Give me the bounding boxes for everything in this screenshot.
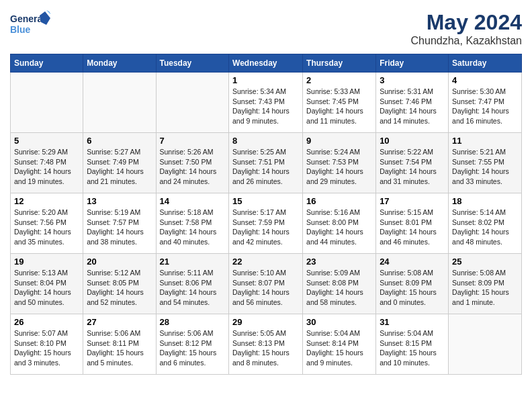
sunrise-text: Sunrise: 5:07 AM [14,328,79,338]
day-number: 9 [306,136,372,146]
header-wednesday: Wednesday [229,54,303,73]
sunrise-text: Sunrise: 5:25 AM [232,147,299,157]
svg-text:General: General [10,13,45,24]
day-info: Sunrise: 5:29 AMSunset: 7:48 PMDaylight:… [14,147,79,187]
sunset-text: Sunset: 8:00 PM [306,218,372,228]
daylight-text: Daylight: 14 hours and 26 minutes. [232,167,299,186]
sunrise-text: Sunrise: 5:21 AM [452,147,518,157]
calendar-cell [11,73,83,133]
day-number: 8 [232,136,299,146]
logo-svg: General Blue [10,10,50,37]
logo: General Blue [10,10,50,37]
day-number: 21 [160,257,226,267]
day-info: Sunrise: 5:08 AMSunset: 8:09 PMDaylight:… [380,268,445,308]
day-info: Sunrise: 5:12 AMSunset: 8:05 PMDaylight:… [87,268,152,308]
calendar-cell: 7Sunrise: 5:26 AMSunset: 7:50 PMDaylight… [156,133,229,193]
calendar-cell: 23Sunrise: 5:09 AMSunset: 8:08 PMDayligh… [303,254,376,314]
day-number: 5 [14,136,79,146]
daylight-text: Daylight: 15 hours and 1 minute. [452,287,518,307]
sunset-text: Sunset: 7:49 PM [87,157,152,167]
calendar-cell: 2Sunrise: 5:33 AMSunset: 7:45 PMDaylight… [303,73,376,133]
sunrise-text: Sunrise: 5:19 AM [87,208,152,218]
daylight-text: Daylight: 14 hours and 14 minutes. [380,106,445,126]
header-sunday: Sunday [11,54,83,73]
sunrise-text: Sunrise: 5:27 AM [87,147,152,157]
day-info: Sunrise: 5:04 AMSunset: 8:15 PMDaylight:… [380,328,445,368]
calendar-cell: 14Sunrise: 5:18 AMSunset: 7:58 PMDayligh… [156,193,229,254]
calendar-cell: 26Sunrise: 5:07 AMSunset: 8:10 PMDayligh… [11,314,83,375]
sunrise-text: Sunrise: 5:12 AM [87,268,152,278]
calendar-header: Sunday Monday Tuesday Wednesday Thursday… [11,54,522,73]
day-number: 26 [14,317,79,327]
sunrise-text: Sunrise: 5:33 AM [306,87,372,97]
calendar-cell: 28Sunrise: 5:06 AMSunset: 8:12 PMDayligh… [156,314,229,375]
calendar-cell: 17Sunrise: 5:15 AMSunset: 8:01 PMDayligh… [376,193,449,254]
sunset-text: Sunset: 7:59 PM [232,218,299,228]
calendar-cell: 3Sunrise: 5:31 AMSunset: 7:46 PMDaylight… [376,73,449,133]
sunrise-text: Sunrise: 5:13 AM [14,268,79,278]
day-info: Sunrise: 5:31 AMSunset: 7:46 PMDaylight:… [380,87,445,126]
title-block: May 2024 Chundzha, Kazakhstan [411,10,522,47]
sunrise-text: Sunrise: 5:24 AM [306,147,372,157]
day-info: Sunrise: 5:26 AMSunset: 7:50 PMDaylight:… [160,147,226,187]
calendar-cell: 22Sunrise: 5:10 AMSunset: 8:07 PMDayligh… [229,254,303,314]
daylight-text: Daylight: 14 hours and 42 minutes. [232,227,299,246]
sunrise-text: Sunrise: 5:04 AM [380,328,445,338]
sunrise-text: Sunrise: 5:17 AM [232,208,299,218]
day-info: Sunrise: 5:22 AMSunset: 7:54 PMDaylight:… [380,147,445,187]
calendar-cell: 27Sunrise: 5:06 AMSunset: 8:11 PMDayligh… [83,314,156,375]
calendar-week-1: 1Sunrise: 5:34 AMSunset: 7:43 PMDaylight… [11,73,522,133]
sunset-text: Sunset: 8:02 PM [452,218,518,228]
daylight-text: Daylight: 14 hours and 19 minutes. [14,167,79,186]
sunset-text: Sunset: 8:04 PM [14,278,79,288]
day-number: 4 [452,75,518,85]
day-number: 11 [452,136,518,146]
day-number: 7 [160,136,226,146]
daylight-text: Daylight: 14 hours and 24 minutes. [160,167,226,186]
calendar-cell [449,314,522,375]
day-info: Sunrise: 5:09 AMSunset: 8:08 PMDaylight:… [306,268,372,308]
calendar-cell: 18Sunrise: 5:14 AMSunset: 8:02 PMDayligh… [449,193,522,254]
day-number: 27 [87,317,152,327]
header-thursday: Thursday [303,54,376,73]
calendar-cell: 31Sunrise: 5:04 AMSunset: 8:15 PMDayligh… [376,314,449,375]
sunrise-text: Sunrise: 5:04 AM [306,328,372,338]
sunset-text: Sunset: 7:56 PM [14,218,79,228]
sunrise-text: Sunrise: 5:06 AM [87,328,152,338]
calendar-cell: 20Sunrise: 5:12 AMSunset: 8:05 PMDayligh… [83,254,156,314]
day-info: Sunrise: 5:16 AMSunset: 8:00 PMDaylight:… [306,208,372,247]
daylight-text: Daylight: 14 hours and 52 minutes. [87,287,152,307]
daylight-text: Daylight: 14 hours and 11 minutes. [306,106,372,126]
day-info: Sunrise: 5:07 AMSunset: 8:10 PMDaylight:… [14,328,79,368]
daylight-text: Daylight: 15 hours and 10 minutes. [380,348,445,367]
sunrise-text: Sunrise: 5:06 AM [160,328,226,338]
day-number: 30 [306,317,372,327]
calendar-cell: 5Sunrise: 5:29 AMSunset: 7:48 PMDaylight… [11,133,83,193]
daylight-text: Daylight: 14 hours and 50 minutes. [14,287,79,307]
daylight-text: Daylight: 14 hours and 44 minutes. [306,227,372,246]
day-info: Sunrise: 5:24 AMSunset: 7:53 PMDaylight:… [306,147,372,187]
sunrise-text: Sunrise: 5:26 AM [160,147,226,157]
day-info: Sunrise: 5:17 AMSunset: 7:59 PMDaylight:… [232,208,299,247]
calendar-cell: 15Sunrise: 5:17 AMSunset: 7:59 PMDayligh… [229,193,303,254]
day-number: 6 [87,136,152,146]
location: Chundzha, Kazakhstan [411,35,522,47]
sunrise-text: Sunrise: 5:29 AM [14,147,79,157]
calendar-week-2: 5Sunrise: 5:29 AMSunset: 7:48 PMDaylight… [11,133,522,193]
day-info: Sunrise: 5:06 AMSunset: 8:11 PMDaylight:… [87,328,152,368]
day-info: Sunrise: 5:08 AMSunset: 8:09 PMDaylight:… [452,268,518,308]
day-number: 23 [306,257,372,267]
day-number: 10 [380,136,445,146]
daylight-text: Daylight: 14 hours and 40 minutes. [160,227,226,246]
day-number: 1 [232,75,299,85]
month-title: May 2024 [411,10,522,35]
calendar-cell: 25Sunrise: 5:08 AMSunset: 8:09 PMDayligh… [449,254,522,314]
calendar-week-4: 19Sunrise: 5:13 AMSunset: 8:04 PMDayligh… [11,254,522,314]
sunset-text: Sunset: 7:54 PM [380,157,445,167]
day-number: 18 [452,196,518,206]
daylight-text: Daylight: 15 hours and 8 minutes. [232,348,299,367]
day-info: Sunrise: 5:34 AMSunset: 7:43 PMDaylight:… [232,87,299,126]
sunset-text: Sunset: 7:50 PM [160,157,226,167]
sunrise-text: Sunrise: 5:09 AM [306,268,372,278]
calendar-week-3: 12Sunrise: 5:20 AMSunset: 7:56 PMDayligh… [11,193,522,254]
